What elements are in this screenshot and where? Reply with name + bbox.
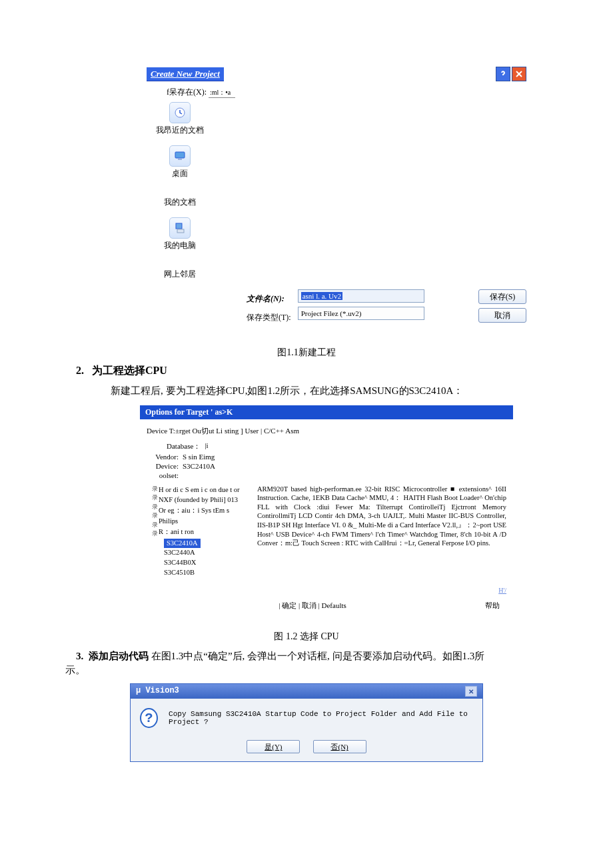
help-button[interactable] — [496, 67, 510, 81]
device-label: Device: — [147, 462, 179, 470]
svg-rect-3 — [176, 223, 182, 229]
tree-item[interactable]: S3C4510B — [164, 568, 247, 578]
place-computer[interactable]: 我的电脑 — [153, 217, 207, 251]
svg-rect-2 — [178, 159, 182, 160]
filetype-label: 保存类型(T): — [247, 308, 291, 327]
place-recent[interactable]: 我昂近的文档 — [153, 102, 207, 136]
options-title: Options for Target ' as>K — [140, 405, 513, 419]
filename-input[interactable]: asni l. a. Uv2 — [298, 289, 424, 303]
device-description: ARM920T based high-performan.ee 32-bit R… — [257, 485, 506, 578]
filename-label: 文件名(N): — [247, 289, 291, 308]
close-button[interactable] — [512, 67, 526, 81]
place-desktop[interactable]: 桌面 — [153, 145, 207, 179]
svg-rect-4 — [177, 229, 184, 233]
savein-label: f呆存在(X): — [167, 87, 207, 98]
dialog-title: Create New Project — [147, 67, 224, 81]
svg-rect-1 — [175, 152, 185, 158]
tree-selected[interactable]: S3C2410A — [164, 539, 201, 549]
place-mydocs[interactable]: 我的文档 — [153, 197, 207, 208]
section-3-tail: 示。 — [65, 664, 526, 677]
database-value: |i — [205, 441, 208, 451]
tree-item[interactable]: S3C2440A — [164, 548, 247, 558]
question-icon: ? — [140, 708, 158, 728]
tree-item[interactable]: S3C44B0X — [164, 558, 247, 568]
section-3-num: 3. — [76, 651, 83, 661]
recent-docs-icon — [169, 102, 191, 123]
savein-combo[interactable]: :ml：•a — [209, 88, 235, 98]
section-3-body: 在图1.3中点“确定”后, 会弹出一个对话框, 问是否要添加启动代码。如图1.3… — [151, 651, 485, 661]
places-bar: 我昂近的文档 桌面 我的文档 我的电脑 — [153, 102, 526, 280]
database-label: Database： — [167, 441, 201, 451]
vendor-value: S sin Eimg — [183, 453, 215, 461]
confirm-title: μ Vision3 — [136, 686, 179, 697]
section-2-body: 新建工程后, 要为工程选择CPU,如图1.2所示，在此选择SAMSUNG的S3C… — [111, 383, 526, 399]
vendor-label: Vendor: — [147, 453, 179, 461]
figure-1-1-caption: 图1.1新建工程 — [87, 347, 526, 359]
computer-icon — [169, 217, 191, 239]
no-button[interactable]: 否(N) — [313, 740, 366, 753]
options-help[interactable]: 帮助 — [485, 601, 500, 611]
section-2-heading: 2. 为工程选择CPU — [76, 364, 526, 378]
desktop-icon — [169, 145, 191, 167]
device-tree[interactable]: 录录录录录录 H or di c S em i c on due t or NX… — [147, 485, 247, 578]
hv-link[interactable]: H'/ — [140, 587, 506, 594]
options-dialog: Options for Target ' as>K Device T:±rget… — [140, 405, 513, 611]
device-value: S3C2410A — [183, 462, 215, 470]
options-tabs[interactable]: Device T:±rget Ou切ut Li sting ] User | C… — [140, 419, 513, 440]
confirm-message: Copy Samsung S3C2410A Startup Code to Pr… — [169, 710, 473, 726]
section-3-heading: 添加启动代码 — [89, 651, 149, 661]
yes-button[interactable]: 是(Y) — [247, 740, 300, 753]
cancel-button[interactable]: 取消 — [478, 308, 526, 323]
filetype-select[interactable]: Project Filez (*.uv2) — [298, 307, 424, 320]
create-project-dialog: Create New Project f呆存在(X): :ml：•a — [147, 67, 526, 327]
confirm-dialog: μ Vision3 ✕ ? Copy Samsung S3C2410A Star… — [130, 683, 483, 762]
place-network[interactable]: 网上邻居 — [153, 269, 207, 280]
options-buttons[interactable]: | 确定 | 取消 | Defaults — [279, 601, 346, 609]
toolset-label: oolset: — [147, 471, 179, 479]
save-button[interactable]: 保存(S) — [478, 289, 526, 304]
close-icon[interactable]: ✕ — [465, 686, 477, 697]
figure-1-2-caption: 图 1.2 选择 CPU — [87, 631, 526, 643]
